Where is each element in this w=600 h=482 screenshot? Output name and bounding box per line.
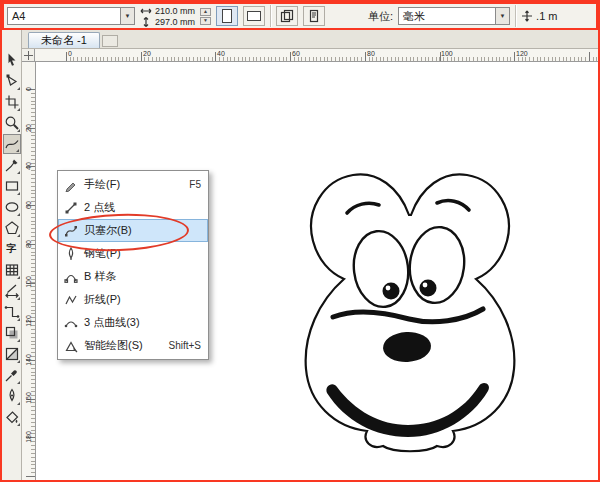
- polygon-tool[interactable]: [3, 218, 21, 238]
- outline-pen-tool[interactable]: [3, 386, 21, 406]
- page-width-value: 210.0 mm: [155, 6, 195, 16]
- text-tool[interactable]: 字: [3, 239, 21, 259]
- units-label: 单位:: [368, 9, 393, 24]
- menu-item-polyline[interactable]: 折线(P): [58, 288, 208, 311]
- pick-tool[interactable]: [3, 50, 21, 70]
- paper-size-combobox[interactable]: A4 ▼: [7, 7, 135, 25]
- rectangle-tool[interactable]: [3, 176, 21, 196]
- ruler-origin-button[interactable]: [22, 49, 35, 62]
- all-pages-icon: [280, 9, 294, 23]
- color-eyedropper-tool[interactable]: [3, 365, 21, 385]
- polyline-icon: [62, 293, 80, 307]
- vruler-label: 180: [25, 431, 32, 443]
- page-width-field[interactable]: 210.0 mm: [140, 6, 195, 16]
- menu-item-b-spline[interactable]: B 样条: [58, 265, 208, 288]
- document-tab-label: 未命名 -1: [41, 33, 87, 48]
- b-spline-icon: [62, 270, 80, 284]
- hruler-label: 120: [516, 50, 528, 57]
- document-tab[interactable]: 未命名 -1: [28, 32, 100, 48]
- ruler-origin-icon: [24, 51, 33, 60]
- nudge-value: .1 m: [536, 10, 557, 22]
- toolbar-separator: [515, 5, 516, 27]
- spin-down-icon[interactable]: ▼: [200, 17, 211, 25]
- curve-tools-flyout-menu: 手绘(F) F5 2 点线 贝塞尔(B) 钢笔(P) B 样条 折线(P): [57, 170, 209, 360]
- hruler-label: 0: [68, 50, 72, 57]
- hruler-label: 20: [143, 50, 151, 57]
- document-tab-bar: 未命名 -1: [22, 30, 598, 49]
- page-height-field[interactable]: 297.0 mm: [140, 17, 195, 27]
- hruler-label: 80: [367, 50, 375, 57]
- shape-tool[interactable]: [3, 71, 21, 91]
- toolbar-separator: [270, 5, 271, 27]
- freehand-tool[interactable]: [3, 134, 21, 154]
- vruler-label: 60: [25, 201, 32, 209]
- pen-icon: [62, 247, 80, 261]
- drop-shadow-tool[interactable]: [3, 323, 21, 343]
- menu-item-smart-drawing[interactable]: 智能绘图(S) Shift+S: [58, 334, 208, 357]
- dropdown-arrow-icon[interactable]: ▼: [495, 8, 509, 24]
- page-height-value: 297.0 mm: [155, 17, 195, 27]
- horizontal-ruler[interactable]: 0 20 40 60 80 100 120: [35, 49, 598, 62]
- connector-tool[interactable]: [3, 302, 21, 322]
- current-page-icon: [307, 9, 321, 23]
- zoom-tool[interactable]: [3, 113, 21, 133]
- two-point-line-icon: [62, 201, 80, 215]
- hruler-label: 40: [217, 50, 225, 57]
- artistic-media-tool[interactable]: [3, 155, 21, 175]
- parallel-dimension-tool[interactable]: [3, 281, 21, 301]
- hruler-label: 60: [292, 50, 300, 57]
- page-dimensions: 210.0 mm 297.0 mm: [140, 6, 195, 27]
- text-tool-glyph: 字: [7, 244, 17, 254]
- hruler-label: 100: [441, 50, 453, 57]
- menu-item-freehand[interactable]: 手绘(F) F5: [58, 173, 208, 196]
- page-tab-stub[interactable]: [102, 35, 118, 47]
- smart-drawing-icon: [62, 339, 80, 353]
- three-point-curve-icon: [62, 316, 80, 330]
- spin-up-icon[interactable]: ▲: [200, 8, 211, 16]
- nudge-icon: [521, 10, 533, 22]
- vruler-label: 140: [25, 354, 32, 366]
- app-window: A4 ▼ 210.0 mm 297.0 mm ▲ ▼ 单位:: [0, 0, 600, 482]
- left-pupil: [383, 283, 400, 300]
- vruler-label: 160: [25, 392, 32, 404]
- ellipse-tool[interactable]: [3, 197, 21, 217]
- cartoon-face-drawing[interactable]: [287, 165, 532, 480]
- menu-item-bezier[interactable]: 贝塞尔(B): [58, 219, 208, 242]
- dropdown-arrow-icon[interactable]: ▼: [120, 8, 134, 24]
- paper-size-value: A4: [8, 10, 120, 22]
- table-tool[interactable]: [3, 260, 21, 280]
- units-combobox[interactable]: 毫米 ▼: [398, 7, 510, 25]
- vruler-label: 120: [25, 315, 32, 327]
- smart-fill-tool[interactable]: [3, 407, 21, 427]
- menu-item-2-point-line[interactable]: 2 点线: [58, 196, 208, 219]
- dimension-stepper: ▲ ▼: [200, 8, 211, 25]
- portrait-icon: [222, 9, 232, 23]
- transparency-tool[interactable]: [3, 344, 21, 364]
- height-icon: [140, 17, 152, 27]
- head-outline: [306, 174, 515, 451]
- units-value: 毫米: [399, 9, 495, 24]
- vruler-label: 80: [25, 240, 32, 248]
- property-bar: A4 ▼ 210.0 mm 297.0 mm ▲ ▼ 单位:: [2, 2, 598, 30]
- nudge-offset-field[interactable]: .1 m: [521, 10, 557, 22]
- menu-item-pen[interactable]: 钢笔(P): [58, 242, 208, 265]
- width-icon: [140, 6, 152, 16]
- vruler-label: 100: [25, 276, 32, 288]
- all-pages-button[interactable]: [276, 6, 298, 26]
- landscape-icon: [247, 11, 261, 21]
- freehand-icon: [62, 178, 80, 192]
- vruler-label: 20: [25, 124, 32, 132]
- vertical-ruler[interactable]: 0 20 40 60 80 100 120 140 160 180: [22, 62, 36, 480]
- landscape-orientation-button[interactable]: [243, 6, 265, 26]
- current-page-button[interactable]: [303, 6, 325, 26]
- crop-tool[interactable]: [3, 92, 21, 112]
- toolbox: 字: [2, 30, 22, 480]
- right-pupil: [420, 280, 437, 297]
- menu-item-3-point-curve[interactable]: 3 点曲线(3): [58, 311, 208, 334]
- bezier-icon: [62, 224, 80, 238]
- vruler-label: 0: [25, 87, 32, 91]
- portrait-orientation-button[interactable]: [216, 6, 238, 26]
- vruler-label: 40: [25, 162, 32, 170]
